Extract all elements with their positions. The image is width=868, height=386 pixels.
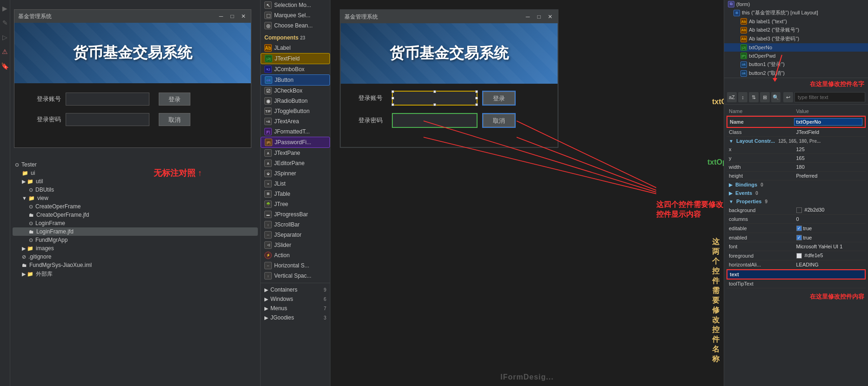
- props-width-row[interactable]: width 180: [727, 163, 866, 172]
- resize-br[interactable]: [475, 103, 478, 106]
- palette-vertical-spa[interactable]: ↕ Vertical Spac...: [261, 271, 330, 281]
- expand-btn[interactable]: ⊞: [760, 92, 770, 102]
- tree-util[interactable]: ▶ 📁 util: [13, 177, 258, 186]
- palette-choose-bean[interactable]: ◎ Choose Bean...: [261, 20, 330, 31]
- palette-jtextfield[interactable]: |J| JTextField: [261, 53, 330, 64]
- props-tree-label2[interactable]: Ab Ab label2 ("登录账号"): [724, 26, 868, 34]
- txtOperPwd-input[interactable]: [393, 114, 477, 127]
- palette-jformatted[interactable]: |F| JFormattedT...: [261, 126, 330, 137]
- palette-jcombobox[interactable]: ▾J JComboBox: [261, 64, 330, 74]
- design-cancel-btn[interactable]: 取消: [483, 114, 515, 127]
- tree-gitignore[interactable]: ⊘ .gitignore: [13, 253, 258, 261]
- sort-type-btn[interactable]: ↕: [738, 92, 748, 102]
- palette-selection-mode[interactable]: ↖ Selection Mo...: [261, 0, 330, 10]
- palette-menus[interactable]: ▶ Menus 7: [261, 304, 330, 313]
- props-tree-this[interactable]: ⊞ this ("基金管理系统") [null Layout]: [724, 8, 868, 17]
- palette-jcheckbox[interactable]: ☑ JCheckBox: [261, 86, 330, 96]
- props-y-row[interactable]: y 165: [727, 154, 866, 163]
- events-section[interactable]: ▶ Events 0: [727, 189, 866, 197]
- palette-jtextpane[interactable]: A JTextPane: [261, 148, 330, 158]
- password-input[interactable]: [66, 113, 149, 126]
- props-tree-button2[interactable]: ok button2 ("取消"): [724, 69, 868, 78]
- tree-createoperframejfd[interactable]: 🖿 CreateOperFrame.jfd: [13, 211, 258, 219]
- tree-images[interactable]: ▶ 📁 images: [13, 244, 258, 253]
- palette-windows[interactable]: ▶ Windows 6: [261, 294, 330, 304]
- search-props-btn[interactable]: 🔍: [771, 92, 781, 102]
- props-x-row[interactable]: x 125: [727, 145, 866, 154]
- palette-jslider[interactable]: ◁ JSlider: [261, 240, 330, 250]
- resize-ml[interactable]: [391, 97, 394, 100]
- resize-tr[interactable]: [475, 90, 478, 93]
- palette-jscrollbar[interactable]: ↕ JScrollBar: [261, 220, 330, 230]
- props-filter-input[interactable]: [794, 92, 865, 102]
- login-btn-container[interactable]: 登录: [482, 91, 516, 106]
- nav-icon-4[interactable]: ⚠: [2, 48, 8, 55]
- resize-bc[interactable]: [433, 103, 436, 106]
- props-tooltip-row[interactable]: toolTipText: [727, 280, 866, 288]
- props-hali-row[interactable]: horizontalAli... LEADING: [727, 260, 866, 269]
- txtOperNo-container[interactable]: [392, 91, 478, 106]
- props-tree-label3[interactable]: Ab Ab label3 ("登录密码"): [724, 34, 868, 43]
- palette-jtogglebutton[interactable]: T/F JToggleButton: [261, 106, 330, 116]
- palette-horizontal-s[interactable]: ↔ Horizontal S...: [261, 260, 330, 271]
- design-login-btn[interactable]: 登录: [483, 92, 515, 105]
- resize-tl[interactable]: [391, 90, 394, 93]
- props-tree-txtOperNo[interactable]: |J| txtOperNo: [724, 43, 868, 52]
- palette-jprogressbar[interactable]: ▬ JProgressBar: [261, 209, 330, 220]
- nav-icon-3[interactable]: ▷: [2, 33, 7, 41]
- properties-section[interactable]: ▼ Properties 9: [727, 197, 866, 206]
- login-btn-left[interactable]: 登录: [159, 93, 190, 106]
- undo-btn[interactable]: ↩: [783, 92, 793, 102]
- design-minimize[interactable]: ─: [524, 13, 532, 20]
- props-text-row[interactable]: text: [727, 269, 866, 280]
- tree-view[interactable]: ▼ 📁 view: [13, 194, 258, 202]
- tree-fundmgrsys[interactable]: 🖿 FundMgrSys-JiaoXue.iml: [13, 261, 258, 269]
- props-tree-button1[interactable]: ok button1 ("登录"): [724, 60, 868, 69]
- palette-marquee-sel[interactable]: ⬚ Marquee Sel...: [261, 10, 330, 20]
- sort-order-btn[interactable]: ⇅: [749, 92, 759, 102]
- palette-jtable[interactable]: ⊞ JTable: [261, 189, 330, 199]
- layout-section[interactable]: ▼ Layout Constr... 125, 165, 180, Pre...: [727, 137, 866, 145]
- cancel-btn-container[interactable]: 取消: [482, 113, 516, 128]
- nav-icon-2[interactable]: ✎: [2, 19, 8, 27]
- palette-jtree[interactable]: 🌳 JTree: [261, 199, 330, 209]
- palette-jbutton[interactable]: ok JButton: [261, 74, 330, 86]
- props-tree-form[interactable]: ⧉ (form): [724, 0, 868, 8]
- props-font-row[interactable]: font Microsoft YaHei UI 1: [727, 242, 866, 251]
- restore-btn-left[interactable]: □: [229, 13, 236, 20]
- palette-action[interactable]: ⚡ Action: [261, 250, 330, 260]
- props-tree-label1[interactable]: Ab Ab label1 ("text"): [724, 17, 868, 26]
- bindings-section[interactable]: ▶ Bindings 0: [727, 180, 866, 189]
- tree-fundmgrapp[interactable]: ⊙ FundMgrApp: [13, 236, 258, 244]
- tree-createoperframe[interactable]: ⊙ CreateOperFrame: [13, 202, 258, 211]
- username-input[interactable]: [66, 93, 149, 106]
- tree-waibuku[interactable]: ▶ 📁 外部库: [13, 269, 258, 279]
- design-close[interactable]: ✕: [546, 13, 554, 20]
- tree-loginframejfd[interactable]: 🖿 LoginFrame.jfd: [13, 227, 258, 236]
- props-enabled-row[interactable]: enabled true: [727, 233, 866, 242]
- palette-jradiobutton[interactable]: ◉ JRadioButton: [261, 96, 330, 106]
- txtOperNo-input[interactable]: [393, 92, 477, 105]
- close-btn-left[interactable]: ✕: [240, 13, 247, 20]
- txtOperPwd-container[interactable]: [392, 113, 478, 128]
- props-editable-row[interactable]: editable true: [727, 224, 866, 233]
- palette-jspinner[interactable]: ⬙ JSpinner: [261, 168, 330, 179]
- palette-jeditorpane[interactable]: A JEditorPane: [261, 158, 330, 168]
- props-bg-row[interactable]: background #2b2d30: [727, 206, 866, 215]
- palette-jlist[interactable]: ≡ JList: [261, 179, 330, 189]
- palette-jgoodies[interactable]: ▶ JGoodies 3: [261, 313, 330, 322]
- nav-icon-5[interactable]: 🔖: [1, 62, 9, 70]
- cancel-btn-left[interactable]: 取消: [159, 113, 190, 126]
- tree-ui[interactable]: 📁 ui: [13, 169, 258, 177]
- props-tree-txtOperPwd[interactable]: |P| txtOperPwd: [724, 52, 868, 60]
- tree-tester[interactable]: ⊙ Tester: [13, 160, 258, 169]
- tree-dbutils[interactable]: ⊙ DBUtils: [13, 186, 258, 194]
- sort-alpha-btn[interactable]: aZ: [727, 92, 737, 102]
- palette-jseparator[interactable]: ─ JSeparator: [261, 230, 330, 240]
- nav-icon-1[interactable]: ▶: [2, 5, 7, 12]
- resize-tc[interactable]: [433, 90, 436, 93]
- resize-mr[interactable]: [475, 97, 478, 100]
- palette-jtextarea[interactable]: ≡A JTextArea: [261, 116, 330, 126]
- props-height-row[interactable]: height Preferred: [727, 172, 866, 180]
- props-columns-row[interactable]: columns 0: [727, 215, 866, 224]
